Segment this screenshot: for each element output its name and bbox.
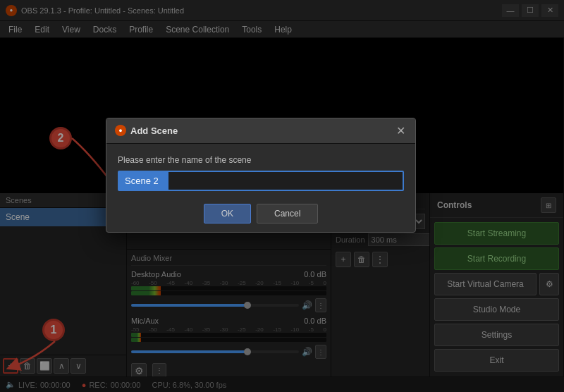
modal-footer: OK Cancel xyxy=(106,198,415,232)
add-scene-dialog: ● Add Scene ✕ Please enter the name of t… xyxy=(106,118,416,233)
modal-overlay: ● Add Scene ✕ Please enter the name of t… xyxy=(0,0,564,392)
dialog-cancel-button[interactable]: Cancel xyxy=(257,204,318,223)
modal-label: Please enter the name of the scene xyxy=(118,155,404,165)
dialog-ok-button[interactable]: OK xyxy=(204,204,251,223)
modal-input-selected: Scene 2 xyxy=(119,172,168,190)
modal-input-wrap: Scene 2 xyxy=(118,171,404,191)
modal-title: Add Scene xyxy=(130,125,178,136)
scene-name-input[interactable] xyxy=(168,172,403,190)
modal-obs-icon: ● xyxy=(115,125,126,136)
modal-header: ● Add Scene ✕ xyxy=(106,118,415,144)
modal-body: Please enter the name of the scene Scene… xyxy=(106,144,415,198)
modal-title-row: ● Add Scene xyxy=(115,125,178,136)
modal-close-button[interactable]: ✕ xyxy=(395,124,407,137)
